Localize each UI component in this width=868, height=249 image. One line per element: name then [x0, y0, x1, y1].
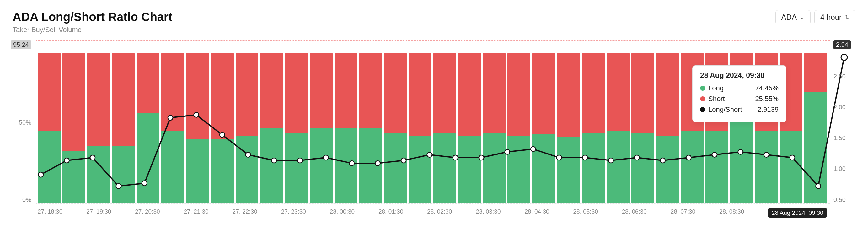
bar-red	[112, 53, 135, 146]
tooltip-dot-ratio	[700, 107, 705, 112]
bar-stack	[285, 53, 308, 204]
tooltip-long-value: 74.45%	[753, 84, 779, 92]
y-label-right-050: 0.50	[834, 196, 846, 204]
tooltip-ratio-label: Long/Short	[708, 105, 742, 114]
bar-red	[38, 53, 61, 131]
bar-stack	[804, 53, 827, 204]
bar-stack	[186, 53, 209, 204]
bar-group	[62, 40, 85, 204]
bar-group	[557, 40, 580, 204]
bar-stack	[236, 53, 258, 204]
bar-green	[285, 132, 308, 204]
symbol-label: ADA	[781, 13, 797, 22]
tooltip-short-label: Short	[708, 95, 725, 103]
timeframe-chevron-icon: ⇅	[845, 14, 849, 21]
x-label: 28, 05:30	[574, 208, 598, 218]
bar-green	[582, 132, 605, 204]
bar-stack	[87, 53, 110, 204]
bar-red	[285, 53, 308, 132]
bar-green	[607, 131, 629, 204]
bar-green	[483, 132, 506, 204]
controls: ADA ⌄ 4 hour ⇅	[775, 10, 856, 25]
tooltip-row-ratio: Long/Short 2.9139	[700, 105, 779, 114]
bar-stack	[607, 53, 629, 204]
bar-stack	[310, 53, 333, 204]
y-label-right-150: 1.50	[834, 134, 846, 142]
bar-stack	[211, 53, 234, 204]
bar-green	[359, 128, 382, 204]
bar-red	[656, 53, 679, 136]
bar-red	[507, 53, 530, 136]
x-label: 28, 08:30	[719, 208, 744, 218]
bar-red	[409, 53, 432, 136]
bar-green	[755, 131, 778, 204]
bar-stack	[136, 53, 159, 204]
symbol-chevron-icon: ⌄	[800, 14, 805, 21]
bar-group	[285, 40, 308, 204]
bar-group	[236, 40, 258, 204]
bar-red	[161, 53, 184, 131]
x-label: 28, 01:30	[378, 208, 403, 218]
tooltip: 28 Aug 2024, 09:30 Long 74.45% Short 25.…	[692, 65, 786, 122]
bar-group	[359, 40, 382, 204]
bar-red	[260, 53, 283, 128]
bar-red	[236, 53, 258, 136]
y-label-50: 50%	[19, 119, 31, 126]
tooltip-dot-short	[700, 96, 705, 101]
x-label: 28, 02:30	[427, 208, 452, 218]
symbol-dropdown[interactable]: ADA ⌄	[775, 10, 811, 25]
bar-green	[706, 131, 728, 204]
y-axis-right: 2.94 2.50 2.00 1.50 1.00 0.50	[830, 40, 856, 204]
bar-red	[582, 53, 605, 132]
bar-red	[186, 53, 209, 139]
bar-stack	[260, 53, 283, 204]
bar-group	[631, 40, 654, 204]
bar-green	[260, 128, 283, 204]
bar-red	[557, 53, 580, 137]
bar-green	[681, 131, 704, 204]
bar-stack	[433, 53, 456, 204]
x-label: 27, 18:30	[38, 208, 62, 218]
bar-red	[607, 53, 629, 131]
x-labels: 27, 18:3027, 19:3027, 20:3027, 21:3027, …	[34, 208, 830, 218]
bar-stack	[38, 53, 61, 204]
bar-green	[557, 137, 580, 204]
bar-green	[310, 128, 333, 204]
bar-stack	[656, 53, 679, 204]
x-label: 27, 20:30	[135, 208, 160, 218]
bar-stack	[359, 53, 382, 204]
bar-green	[433, 132, 456, 204]
bar-red	[483, 53, 506, 132]
bar-green	[161, 131, 184, 204]
bar-green	[62, 151, 85, 204]
bar-group	[161, 40, 184, 204]
x-label: 27, 23:30	[281, 208, 306, 218]
bar-stack	[483, 53, 506, 204]
bar-green	[186, 139, 209, 204]
bar-red	[433, 53, 456, 132]
bar-group	[112, 40, 135, 204]
bar-stack	[161, 53, 184, 204]
x-axis: 27, 18:3027, 19:3027, 20:3027, 21:3027, …	[34, 205, 830, 221]
y-label-right-100: 1.00	[834, 165, 846, 173]
bar-stack	[409, 53, 432, 204]
bar-group	[260, 40, 283, 204]
timeframe-label: 4 hour	[820, 13, 842, 22]
bar-green	[211, 139, 234, 204]
tooltip-date: 28 Aug 2024, 09:30	[700, 71, 779, 80]
bar-red	[136, 53, 159, 113]
bar-green	[409, 136, 432, 204]
tooltip-short-value: 25.55%	[753, 95, 779, 103]
x-label: 28, 03:30	[476, 208, 500, 218]
bar-green	[779, 131, 802, 204]
x-label: 27, 21:30	[184, 208, 208, 218]
bar-red	[804, 53, 827, 92]
bar-green	[236, 136, 258, 204]
bar-group	[335, 40, 358, 204]
tooltip-row-short: Short 25.55%	[700, 95, 779, 103]
timeframe-dropdown[interactable]: 4 hour ⇅	[814, 10, 856, 25]
bar-group	[582, 40, 605, 204]
x-label: 27, 19:30	[86, 208, 111, 218]
bar-stack	[557, 53, 580, 204]
y-label-right-200: 2.00	[834, 104, 846, 111]
